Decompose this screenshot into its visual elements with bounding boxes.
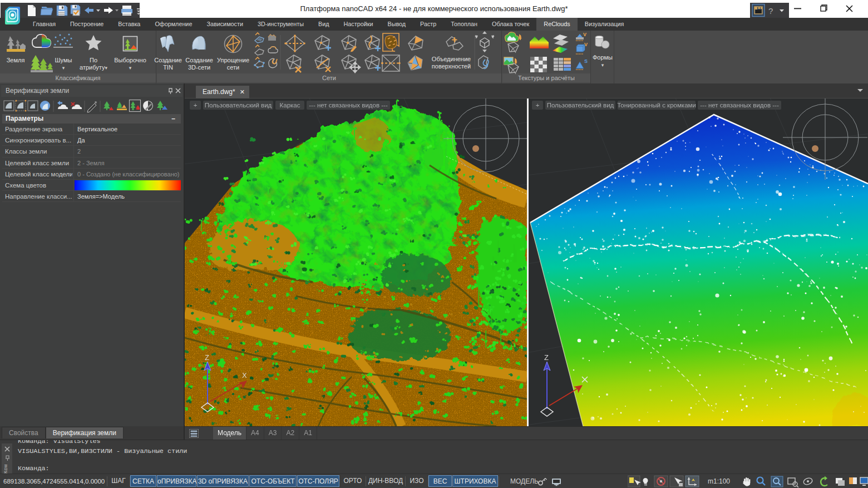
svg-text:Ком: Ком bbox=[4, 465, 9, 474]
svg-text:Z: Z bbox=[544, 353, 549, 362]
svg-text:Пользовательский вид: Пользовательский вид bbox=[205, 102, 272, 109]
svg-text:--- нет связанных видов ---: --- нет связанных видов --- bbox=[700, 102, 779, 109]
svg-text:Пользовательский вид: Пользовательский вид bbox=[547, 102, 614, 109]
svg-text:+: + bbox=[194, 102, 198, 109]
svg-text:S: S bbox=[584, 58, 588, 64]
svg-text:V: V bbox=[584, 42, 588, 47]
svg-text:X: X bbox=[242, 371, 247, 379]
svg-text:+: + bbox=[536, 102, 540, 109]
svg-text:?: ? bbox=[768, 6, 773, 16]
svg-text:V: V bbox=[583, 32, 586, 37]
svg-text:--- нет связанных видов ---: --- нет связанных видов --- bbox=[309, 102, 388, 109]
svg-text:Тонированный с кромками: Тонированный с кромками bbox=[617, 102, 696, 109]
svg-text:Каркас: Каркас bbox=[280, 102, 300, 109]
svg-text:Z: Z bbox=[205, 353, 209, 362]
